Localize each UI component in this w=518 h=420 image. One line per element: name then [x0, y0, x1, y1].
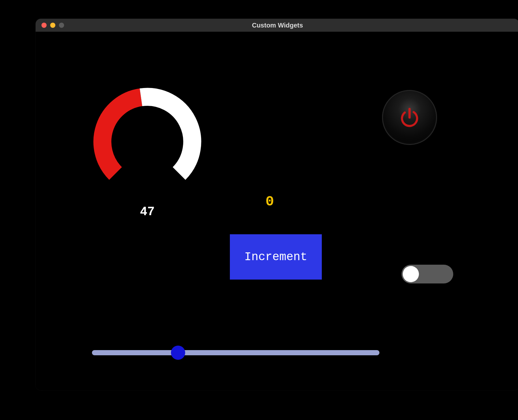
- toggle-knob: [403, 266, 419, 282]
- titlebar: Custom Widgets: [36, 19, 518, 32]
- app-window: Custom Widgets 47 0 Increment: [36, 19, 518, 390]
- toggle-switch[interactable]: [401, 265, 453, 283]
- gauge-value-label: 47: [87, 205, 207, 219]
- power-button[interactable]: [382, 90, 437, 145]
- slider-thumb[interactable]: [171, 346, 185, 360]
- increment-button-label: Increment: [244, 250, 307, 264]
- minimize-window-button[interactable]: [50, 23, 55, 28]
- increment-button[interactable]: Increment: [230, 234, 322, 280]
- counter-value-label: 0: [265, 193, 274, 210]
- slider-track[interactable]: [92, 350, 379, 355]
- gauge-arc: [87, 82, 207, 202]
- power-icon: [398, 106, 421, 129]
- zoom-window-button[interactable]: [59, 23, 64, 28]
- close-window-button[interactable]: [41, 23, 47, 28]
- content-area: 47 0 Increment: [36, 32, 518, 390]
- gauge: 47: [87, 82, 207, 202]
- window-controls: [41, 23, 64, 28]
- window-title: Custom Widgets: [36, 22, 518, 29]
